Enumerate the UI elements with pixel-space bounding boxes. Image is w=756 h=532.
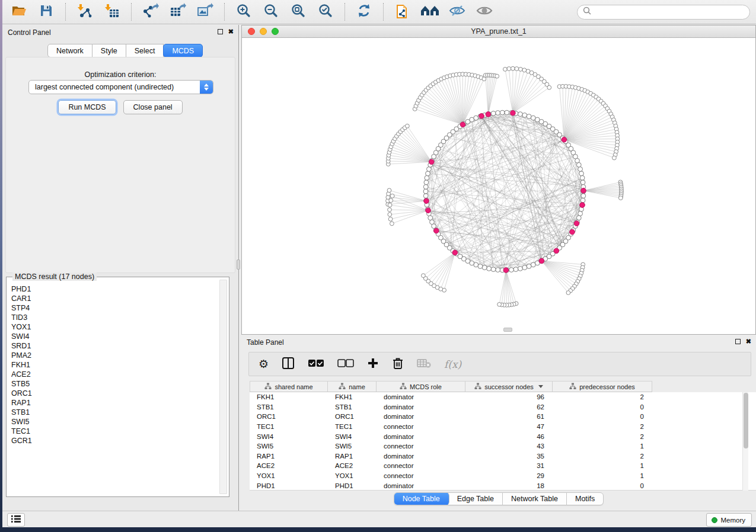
float-panel-icon[interactable] bbox=[735, 339, 741, 344]
close-panel-icon[interactable]: ✖ bbox=[228, 28, 234, 35]
table-cell[interactable]: FKH1 bbox=[250, 393, 328, 400]
mcds-result-item[interactable]: RAP1 bbox=[11, 398, 216, 408]
table-row[interactable]: ACE2ACE2connector311 bbox=[250, 461, 756, 471]
criterion-dropdown[interactable]: largest connected component (undirected) bbox=[28, 80, 213, 94]
table-scrollbar-thumb[interactable] bbox=[744, 393, 748, 448]
search-input[interactable] bbox=[594, 8, 744, 16]
save-session-button[interactable] bbox=[36, 2, 57, 21]
table-cell[interactable]: 0 bbox=[553, 413, 652, 420]
close-panel-icon[interactable]: ✖ bbox=[746, 338, 751, 345]
table-cell[interactable]: 1 bbox=[553, 443, 652, 450]
table-row[interactable]: YOX1YOX1connector291 bbox=[250, 471, 756, 481]
import-table-button[interactable] bbox=[101, 2, 123, 21]
mcds-result-item[interactable]: PHD1 bbox=[11, 284, 216, 294]
mcds-result-item[interactable]: TID3 bbox=[11, 313, 216, 322]
table-cell[interactable]: dominator bbox=[377, 413, 465, 420]
column-header-name[interactable]: name bbox=[328, 381, 377, 392]
refresh-layout-button[interactable] bbox=[353, 2, 375, 21]
table-row[interactable]: FKH1FKH1dominator962 bbox=[250, 392, 756, 402]
select-all-button[interactable] bbox=[308, 357, 324, 372]
show-columns-button[interactable] bbox=[282, 357, 295, 372]
zoom-fit-button[interactable] bbox=[288, 2, 309, 21]
export-image-button[interactable] bbox=[194, 2, 216, 21]
mcds-result-item[interactable]: FKH1 bbox=[11, 360, 216, 370]
table-cell[interactable]: 31 bbox=[465, 462, 553, 469]
table-cell[interactable]: 2 bbox=[553, 393, 652, 400]
vertical-splitter-grip[interactable] bbox=[237, 259, 240, 270]
tab-mcds[interactable]: MCDS bbox=[163, 44, 203, 57]
task-history-button[interactable] bbox=[7, 513, 25, 527]
table-cell[interactable]: YOX1 bbox=[328, 472, 377, 479]
table-row[interactable]: SWI5SWI5connector431 bbox=[250, 441, 756, 451]
table-cell[interactable]: FKH1 bbox=[328, 393, 377, 400]
table-cell[interactable]: PHD1 bbox=[250, 482, 328, 489]
mcds-list-scrollbar[interactable] bbox=[219, 280, 227, 494]
memory-button[interactable]: Memory bbox=[706, 513, 752, 527]
table-scrollbar[interactable] bbox=[742, 392, 748, 491]
delete-column-button[interactable] bbox=[392, 357, 404, 372]
mcds-result-item[interactable]: SWI5 bbox=[11, 417, 216, 427]
table-cell[interactable]: YOX1 bbox=[250, 472, 328, 479]
table-cell[interactable]: 18 bbox=[465, 482, 553, 489]
network-overview-button[interactable] bbox=[419, 2, 441, 21]
network-window-titlebar[interactable]: YPA_prune.txt_1 bbox=[242, 25, 755, 38]
deselect-all-button[interactable] bbox=[337, 357, 354, 372]
run-mcds-button[interactable]: Run MCDS bbox=[58, 100, 116, 114]
tab-style[interactable]: Style bbox=[92, 44, 126, 57]
table-row[interactable]: TEC1TEC1connector472 bbox=[250, 422, 756, 432]
horizontal-splitter-grip[interactable] bbox=[503, 328, 512, 332]
mcds-result-item[interactable]: ORC1 bbox=[11, 389, 216, 398]
table-cell[interactable]: connector bbox=[377, 472, 465, 479]
mcds-result-item[interactable]: TEC1 bbox=[11, 427, 216, 436]
table-cell[interactable]: 2 bbox=[553, 453, 652, 460]
zoom-out-button[interactable] bbox=[260, 2, 282, 21]
table-cell[interactable]: SWI5 bbox=[328, 443, 377, 450]
tab-network[interactable]: Network bbox=[47, 44, 92, 57]
table-cell[interactable]: SWI5 bbox=[250, 443, 328, 450]
table-cell[interactable]: 0 bbox=[553, 403, 652, 411]
table-row[interactable]: PHD1PHD1dominator180 bbox=[250, 480, 756, 491]
table-cell[interactable]: RAP1 bbox=[328, 453, 377, 460]
tab-motifs[interactable]: Motifs bbox=[567, 493, 603, 505]
table-cell[interactable]: 35 bbox=[465, 453, 553, 460]
table-cell[interactable]: 2 bbox=[553, 423, 652, 430]
table-cell[interactable]: STB1 bbox=[328, 403, 377, 411]
mcds-result-item[interactable]: CAR1 bbox=[11, 294, 216, 303]
table-cell[interactable]: 61 bbox=[465, 413, 553, 420]
mcds-result-item[interactable]: STB5 bbox=[11, 379, 216, 389]
mcds-result-item[interactable]: YOX1 bbox=[11, 322, 216, 332]
share-document-button[interactable] bbox=[392, 2, 413, 21]
table-cell[interactable]: 96 bbox=[465, 393, 553, 400]
table-cell[interactable]: connector bbox=[377, 423, 465, 430]
table-cell[interactable]: ACE2 bbox=[250, 462, 328, 469]
table-cell[interactable]: 2 bbox=[553, 433, 652, 440]
global-search[interactable] bbox=[577, 5, 750, 20]
table-cell[interactable]: 1 bbox=[553, 462, 652, 469]
tab-edge-table[interactable]: Edge Table bbox=[449, 493, 503, 505]
table-cell[interactable]: TEC1 bbox=[250, 423, 328, 430]
float-panel-icon[interactable] bbox=[218, 29, 223, 34]
table-cell[interactable]: 1 bbox=[553, 472, 652, 479]
tab-select[interactable]: Select bbox=[126, 44, 164, 57]
table-cell[interactable]: ACE2 bbox=[328, 462, 377, 469]
import-network-button[interactable] bbox=[74, 2, 95, 21]
sort-caret-icon[interactable] bbox=[538, 385, 543, 388]
table-row[interactable]: STB1STB1dominator620 bbox=[250, 402, 756, 412]
table-cell[interactable]: SWI4 bbox=[328, 433, 377, 440]
table-cell[interactable]: 43 bbox=[465, 443, 553, 450]
table-row[interactable]: ORC1ORC1dominator610 bbox=[250, 412, 756, 422]
zoom-selected-button[interactable] bbox=[315, 2, 336, 21]
show-all-button[interactable] bbox=[474, 2, 495, 21]
column-header-shared-name[interactable]: shared name bbox=[250, 381, 328, 392]
table-row[interactable]: SWI4SWI4dominator462 bbox=[250, 431, 756, 441]
column-header-MCDS-role[interactable]: MCDS role bbox=[377, 381, 465, 392]
mcds-result-list[interactable]: PHD1CAR1STP4TID3YOX1SWI4SRD1PMA2FKH1ACE2… bbox=[11, 284, 216, 494]
open-file-button[interactable] bbox=[8, 2, 30, 21]
table-cell[interactable]: TEC1 bbox=[328, 423, 377, 430]
column-header-successor-nodes[interactable]: successor nodes bbox=[465, 381, 553, 392]
export-table-button[interactable] bbox=[167, 2, 189, 21]
add-column-button[interactable] bbox=[367, 357, 379, 372]
table-cell[interactable]: ORC1 bbox=[250, 413, 328, 420]
table-cell[interactable]: 46 bbox=[465, 433, 553, 440]
mcds-result-item[interactable]: SRD1 bbox=[11, 341, 216, 351]
